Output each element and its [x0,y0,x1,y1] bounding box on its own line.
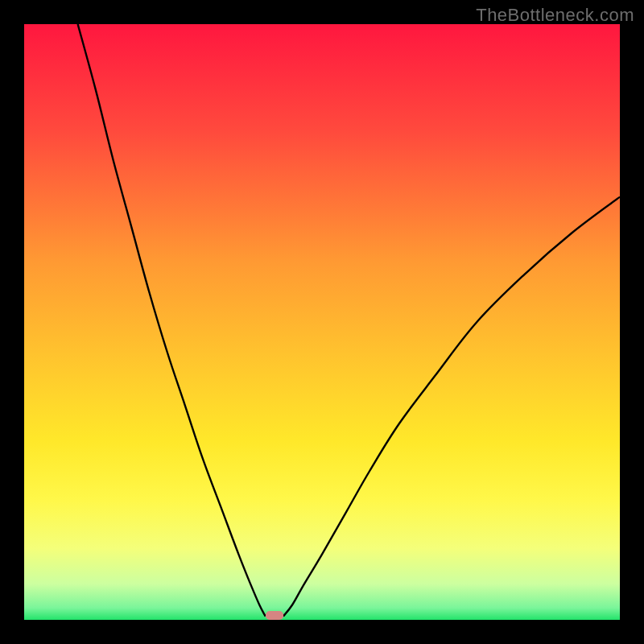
curve-left-branch [78,24,266,617]
curve-right-branch [283,197,620,617]
curve-svg [24,24,620,620]
bottleneck-marker [266,611,283,620]
watermark-text: TheBottleneck.com [476,5,634,26]
plot-area [24,24,620,620]
